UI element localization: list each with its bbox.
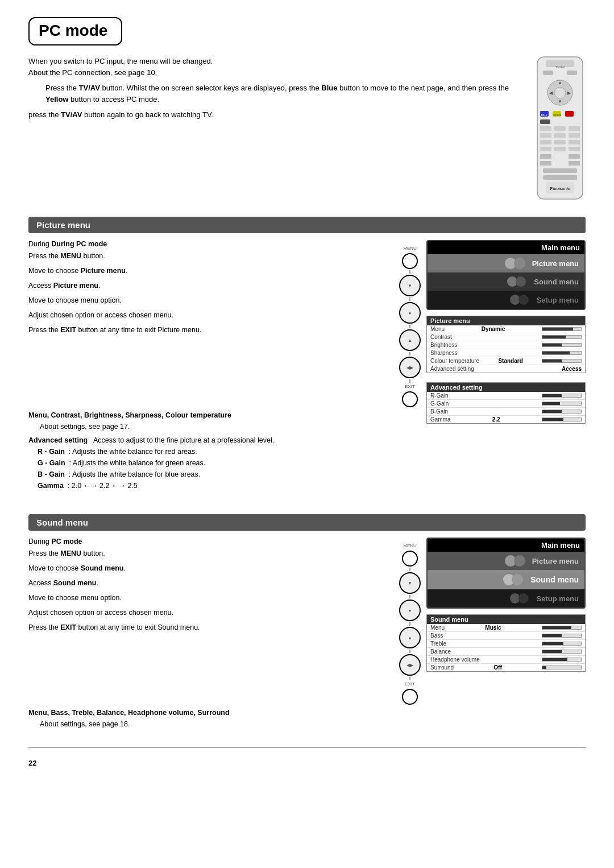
nav-ud-icon: ▲ — [399, 329, 421, 351]
svg-text:Blue: Blue — [541, 113, 547, 117]
sound-step-menu: Press the MENU button. — [28, 548, 388, 559]
svg-rect-25 — [569, 140, 580, 144]
sound-row-headphone: Headphone volume — [427, 656, 585, 664]
intro-section: When you switch to PC input, the menu wi… — [28, 56, 586, 205]
svg-text:Panasonic: Panasonic — [550, 187, 570, 191]
svg-point-40 — [516, 276, 526, 287]
picture-submenu-header: Picture menu — [427, 316, 585, 325]
sound-menu-header: Sound menu — [28, 514, 586, 531]
sound-submenu-table: Sound menu Menu Music Bass Treble Balanc… — [426, 614, 586, 672]
pc-mode-during-label: During During PC mode — [28, 240, 388, 248]
page-number: 22 — [28, 759, 586, 767]
svg-rect-26 — [540, 147, 551, 151]
svg-text:TV/AV: TV/AV — [555, 65, 565, 69]
exit-button-icon — [402, 391, 418, 407]
menu-button-icon — [402, 253, 418, 269]
step-exit-picture: Press the EXIT button at any time to exi… — [28, 324, 388, 336]
svg-rect-28 — [569, 147, 580, 151]
sound-step-access: Access Sound menu. — [28, 577, 388, 589]
svg-point-46 — [512, 574, 523, 585]
main-menu-title: Main menu — [428, 241, 584, 254]
sound-menu-instructions: During PC mode Press the MENU button. Mo… — [28, 538, 421, 730]
remote-top-right-illustration: TV/AV ▲ ▼ ◀ ▶ Blue Yellow — [534, 56, 586, 205]
svg-point-38 — [514, 258, 525, 269]
sound-nav-circle: ▼ — [399, 572, 421, 594]
picture-menu-instructions: During During PC mode Press the MENU but… — [28, 240, 421, 497]
sound-menu-section: Sound menu During PC mode Press the MENU… — [28, 514, 586, 730]
svg-rect-20 — [540, 133, 551, 138]
intro-text: When you switch to PC input, the menu wi… — [28, 56, 534, 205]
svg-rect-15 — [565, 111, 574, 117]
advanced-settings-section: Menu, Contrast, Brightness, Sharpness, C… — [28, 410, 421, 491]
adv-setting-table: Advanced setting R-Gain G-Gain B-Gain Ga… — [426, 382, 586, 424]
svg-rect-32 — [569, 161, 580, 166]
menu-items-bold: Menu, Contrast, Brightness, Sharpness, C… — [28, 411, 231, 419]
sound-row-menu: Menu Music — [427, 624, 585, 632]
sound-row-bass: Bass — [427, 632, 585, 640]
step-access-picture: Access Picture menu. — [28, 280, 388, 291]
svg-point-48 — [518, 593, 529, 604]
picture-steps-text: During During PC mode Press the MENU but… — [28, 240, 388, 339]
intro-line3: Press the TV/AV button. Whilst the on sc… — [45, 82, 523, 105]
sound-step-move: Move to choose Sound menu. — [28, 563, 388, 574]
sound-submenu-header: Sound menu — [427, 615, 585, 624]
svg-rect-24 — [554, 140, 566, 144]
sound-exit-button-icon — [402, 689, 418, 705]
sound-menu-picture-item: Picture menu — [428, 552, 584, 570]
picture-menu-right: Main menu Picture menu Sound m — [426, 240, 586, 497]
nav-circle-icon: ▼ — [399, 275, 421, 296]
submenu-row-advanced: Advanced setting Access — [427, 365, 585, 373]
sound-nav-ud: ▲ — [399, 627, 421, 648]
sound-menu-sound-item: Sound menu — [428, 570, 584, 589]
svg-point-6 — [554, 87, 566, 98]
step-move-picture: Move to choose Picture menu. — [28, 265, 388, 276]
sound-menu-setup-item: Setup menu — [428, 589, 584, 607]
sound-lr-icon: ◀▶ — [399, 654, 421, 676]
sound-step-adjust: Adjust chosen option or access chosen me… — [28, 607, 388, 618]
sound-steps-text: During PC mode Press the MENU button. Mo… — [28, 538, 388, 636]
gain-rows: R - Gain : Adjusts the white balance for… — [38, 446, 421, 491]
svg-rect-17 — [540, 126, 551, 131]
adv-row-ggain: G-Gain — [427, 400, 585, 408]
sound-menu-content: During PC mode Press the MENU button. Mo… — [28, 538, 586, 730]
svg-rect-29 — [540, 154, 551, 159]
lr-confirm-icon: ◀▶ — [399, 357, 421, 378]
svg-rect-31 — [540, 161, 551, 166]
main-menu-setup-item: Setup menu — [428, 291, 584, 309]
adv-row-gamma: Gamma 2.2 — [427, 416, 585, 423]
svg-rect-22 — [569, 133, 580, 138]
svg-text:▲: ▲ — [558, 80, 562, 85]
svg-text:◀: ◀ — [549, 90, 553, 96]
svg-rect-3 — [567, 71, 577, 75]
adv-row-rgain: R-Gain — [427, 392, 585, 400]
svg-text:▼: ▼ — [558, 99, 562, 104]
sound-remote-buttons: MENU ▼ ● ▲ ◀▶ — [399, 538, 421, 705]
picture-main-menu-mockup: Main menu Picture menu Sound m — [426, 240, 586, 310]
submenu-row-sharpness: Sharpness — [427, 349, 585, 357]
step-adjust: Adjust chosen option or access chosen me… — [28, 309, 388, 321]
submenu-row-menu: Menu Dynamic — [427, 325, 585, 333]
svg-point-42 — [518, 295, 529, 305]
page-title: PC mode — [39, 22, 107, 40]
svg-point-44 — [514, 555, 525, 567]
sound-settings-note: Menu, Bass, Treble, Balance, Headphone v… — [28, 707, 421, 730]
page-bottom-rule — [28, 747, 586, 747]
picture-remote-buttons: MENU ▼ ● ▲ — [399, 240, 421, 407]
adv-row-bgain: B-Gain — [427, 408, 585, 416]
sound-row-surround: Surround Off — [427, 664, 585, 671]
main-menu-picture-item: Picture menu — [428, 254, 584, 272]
svg-rect-27 — [554, 147, 566, 151]
sound-menu-button-icon — [402, 551, 418, 567]
step-press-menu: Press the MENU button. — [28, 250, 388, 262]
sound-row-balance: Balance — [427, 648, 585, 656]
sound-pc-mode-label: During PC mode — [28, 538, 388, 545]
svg-rect-18 — [554, 126, 566, 131]
main-menu-sound-item: Sound menu — [428, 272, 584, 291]
intro-line1: When you switch to PC input, the menu wi… — [28, 56, 523, 78]
sound-step-choose: Move to choose menu option. — [28, 592, 388, 604]
submenu-row-contrast: Contrast — [427, 333, 585, 341]
submenu-row-brightness: Brightness — [427, 341, 585, 349]
picture-submenu-table: Picture menu Menu Dynamic Contrast Brigh… — [426, 316, 586, 373]
svg-rect-33 — [543, 168, 577, 173]
intro-line4: press the TV/AV button again to go back … — [28, 109, 523, 121]
